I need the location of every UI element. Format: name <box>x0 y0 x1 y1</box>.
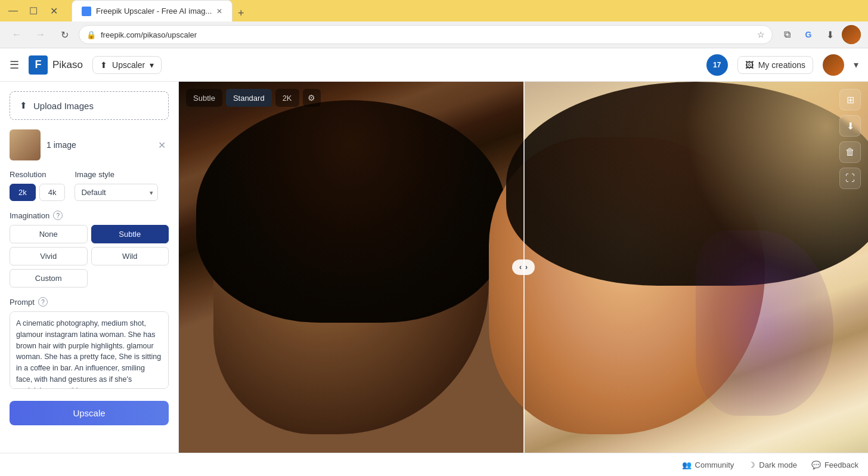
upload-label: Upload Images <box>33 101 94 111</box>
browser-window-controls: — ☐ ✕ <box>5 2 62 19</box>
thumbnail-image <box>10 129 41 160</box>
address-bar[interactable]: 🔒 freepik.com/pikaso/upscaler ☆ <box>79 25 773 44</box>
dark-mode-label: Dark mode <box>759 460 797 469</box>
new-tab-button[interactable]: + <box>232 5 249 21</box>
tool-name: Upscaler <box>112 60 145 70</box>
resolution-label: Resolution <box>10 170 65 179</box>
compare-button[interactable]: ⊞ <box>839 89 861 110</box>
style-select-wrapper: Default Natural Artistic Vivid ▾ <box>75 184 158 201</box>
my-creations-button[interactable]: 🖼 My creations <box>737 56 813 74</box>
fullscreen-button[interactable]: ⛶ <box>839 168 861 189</box>
minimize-button[interactable]: — <box>5 2 21 19</box>
imagination-vivid-button[interactable]: Vivid <box>10 247 88 265</box>
viewer-settings-button[interactable]: ⚙ <box>303 89 321 107</box>
resolution-4k-button[interactable]: 4k <box>39 184 66 201</box>
menu-button[interactable]: ☰ <box>10 58 19 72</box>
active-tab[interactable]: Freepik Upscaler - Free AI imag... ✕ <box>72 0 232 21</box>
upscale-button[interactable]: Upscale <box>10 401 169 425</box>
logo-container: F Pikaso <box>29 55 83 75</box>
imagination-custom-button[interactable]: Custom <box>10 269 88 288</box>
right-arrow-icon: › <box>525 263 528 271</box>
imagination-help-icon[interactable]: ? <box>53 211 63 220</box>
main-content: ⬆ Upload Images 1 image ✕ Resolution 2k … <box>0 82 868 453</box>
before-image <box>179 82 523 453</box>
close-button[interactable]: ✕ <box>45 2 62 19</box>
style-label: Image style <box>75 170 158 179</box>
style-group: Image style Default Natural Artistic Viv… <box>75 170 158 201</box>
tool-icon: ⬆ <box>100 60 107 70</box>
resolution-style-section: Resolution 2k 4k Image style Default Nat… <box>10 170 169 201</box>
compare-icon: ⊞ <box>847 94 854 106</box>
after-image <box>523 82 868 453</box>
community-label: Community <box>695 460 734 469</box>
app-name: Pikaso <box>52 59 83 71</box>
resolution-group: Resolution 2k 4k <box>10 170 65 201</box>
bookmark-icon[interactable]: ☆ <box>757 30 765 39</box>
prompt-label: Prompt ? <box>10 297 169 307</box>
remove-image-button[interactable]: ✕ <box>154 138 169 152</box>
imagination-wild-button[interactable]: Wild <box>91 247 169 265</box>
address-bar-row: ← → ↻ 🔒 freepik.com/pikaso/upscaler ☆ ⧉ … <box>0 21 868 48</box>
imagination-label: Imagination ? <box>10 211 169 220</box>
feedback-label: Feedback <box>824 460 858 469</box>
prompt-text: Prompt <box>10 298 35 307</box>
left-arrow-icon: ‹ <box>519 263 522 271</box>
user-avatar[interactable] <box>823 54 844 76</box>
image-preview-row: 1 image ✕ <box>10 129 169 160</box>
upload-icon: ⬆ <box>20 100 27 111</box>
back-button[interactable]: ← <box>7 25 26 44</box>
tab-close-button[interactable]: ✕ <box>216 7 222 16</box>
community-icon: 👥 <box>682 460 692 469</box>
creations-folder-icon: 🖼 <box>745 60 754 70</box>
tool-selector[interactable]: ⬆ Upscaler ▾ <box>92 56 162 74</box>
app-container: ☰ F Pikaso ⬆ Upscaler ▾ 17 🖼 My creation… <box>0 48 868 476</box>
freepik-logo: F <box>29 55 48 75</box>
prompt-section: Prompt ? A cinematic photography, medium… <box>10 297 169 391</box>
download-manager-button[interactable]: ⬇ <box>820 25 839 44</box>
prompt-textarea[interactable]: A cinematic photography, medium shot, gl… <box>10 311 169 389</box>
forward-button[interactable]: → <box>31 25 50 44</box>
feedback-icon: 💬 <box>811 460 821 469</box>
style-select[interactable]: Default Natural Artistic Vivid <box>75 184 158 201</box>
notification-count: 17 <box>713 61 721 69</box>
2k-mode-button[interactable]: 2K <box>275 89 299 107</box>
extensions-button[interactable]: ⧉ <box>777 25 796 44</box>
google-icon-button[interactable]: G <box>799 25 818 44</box>
resolution-2k-button[interactable]: 2k <box>10 184 36 201</box>
image-thumbnail <box>10 129 41 160</box>
viewer-toolbar: Subtle Standard 2K ⚙ <box>186 89 321 107</box>
app-header: ☰ F Pikaso ⬆ Upscaler ▾ 17 🖼 My creation… <box>0 48 868 82</box>
imagination-subtle-button[interactable]: Subtle <box>91 225 169 243</box>
restore-button[interactable]: ☐ <box>25 2 42 19</box>
upload-images-button[interactable]: ⬆ Upload Images <box>10 91 169 120</box>
imagination-none-button[interactable]: None <box>10 225 88 243</box>
browser-profile-button[interactable] <box>842 25 861 44</box>
app-footer: 👥 Community ☽ Dark mode 💬 Feedback <box>0 453 868 476</box>
reload-button[interactable]: ↻ <box>55 25 74 44</box>
dark-mode-icon: ☽ <box>748 460 755 469</box>
user-avatar-image <box>823 54 844 76</box>
delete-button[interactable]: 🗑 <box>839 141 861 163</box>
imagination-text: Imagination <box>10 211 49 220</box>
imagination-buttons: None Subtle Vivid Wild Custom <box>10 225 169 288</box>
user-dropdown-icon[interactable]: ▾ <box>854 59 858 70</box>
subtle-mode-button[interactable]: Subtle <box>186 89 222 107</box>
community-button[interactable]: 👥 Community <box>682 460 734 469</box>
browser-titlebar: — ☐ ✕ Freepik Upscaler - Free AI imag...… <box>0 0 868 21</box>
notification-button[interactable]: 17 <box>706 54 728 76</box>
split-handle[interactable]: ‹ › <box>512 259 535 275</box>
sidebar: ⬆ Upload Images 1 image ✕ Resolution 2k … <box>0 82 179 453</box>
image-count-label: 1 image <box>46 140 148 150</box>
imagination-section: Imagination ? None Subtle Vivid Wild Cus… <box>10 211 169 288</box>
dark-mode-button[interactable]: ☽ Dark mode <box>748 460 797 469</box>
download-button[interactable]: ⬇ <box>839 115 861 137</box>
address-bar-icons: ☆ <box>757 30 765 39</box>
download-icon: ⬇ <box>847 120 854 132</box>
fullscreen-icon: ⛶ <box>845 173 855 184</box>
browser-chrome: — ☐ ✕ Freepik Upscaler - Free AI imag...… <box>0 0 868 48</box>
feedback-button[interactable]: 💬 Feedback <box>811 460 858 469</box>
my-creations-label: My creations <box>758 60 805 70</box>
tab-bar: Freepik Upscaler - Free AI imag... ✕ + <box>67 0 254 21</box>
prompt-help-icon[interactable]: ? <box>38 297 48 307</box>
standard-mode-button[interactable]: Standard <box>226 89 272 107</box>
